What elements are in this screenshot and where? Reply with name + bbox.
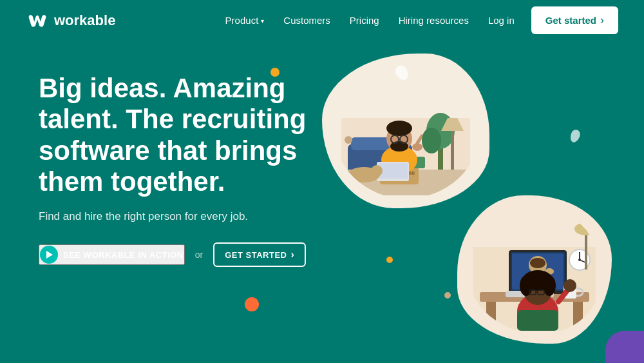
person-1-illustration: Welcome [341, 66, 470, 195]
logo[interactable]: workable [26, 12, 115, 30]
svg-point-9 [386, 121, 412, 136]
svg-point-42 [520, 275, 533, 296]
hero-actions: SEE WORKABLE IN ACTION or GET STARTED › [39, 242, 309, 267]
hero-get-started-button[interactable]: GET STARTED › [213, 242, 306, 267]
dot-tan-3 [345, 136, 352, 144]
svg-rect-23 [451, 131, 454, 170]
hero-subtitle: Find and hire the right person for every… [39, 210, 309, 223]
main-nav: Product ▾ Customers Pricing Hiring resou… [218, 6, 618, 34]
svg-point-43 [543, 275, 556, 296]
hero-or-text: or [195, 250, 203, 260]
hero-title: Big ideas. Amazing talent. The recruitin… [39, 73, 309, 197]
svg-point-48 [564, 279, 576, 292]
svg-point-22 [371, 165, 383, 177]
logo-text: workable [54, 12, 115, 29]
arrow-right-icon: › [290, 249, 294, 260]
person-2-illustration [473, 208, 596, 331]
header: workable Product ▾ Customers Pricing Hir… [0, 0, 644, 41]
nav-get-started-button[interactable]: Get started › [531, 6, 618, 34]
play-icon [40, 246, 58, 264]
nav-pricing[interactable]: Pricing [342, 10, 387, 31]
purple-corner-decoration [605, 331, 644, 363]
hero-right: Welcome [309, 60, 618, 363]
illustration-blob-2 [457, 195, 612, 344]
svg-rect-49 [517, 310, 558, 331]
nav-login[interactable]: Log in [480, 10, 522, 31]
svg-point-20 [422, 128, 441, 153]
hero-left: Big ideas. Amazing talent. The recruitin… [39, 60, 309, 267]
see-workable-button[interactable]: SEE WORKABLE IN ACTION [39, 244, 185, 265]
svg-point-35 [530, 258, 545, 268]
workable-logo-icon [26, 12, 49, 30]
arrow-icon: › [600, 14, 604, 27]
decorative-dot-orange-bottom [245, 297, 259, 311]
nav-product[interactable]: Product ▾ [218, 10, 272, 31]
play-triangle-icon [46, 251, 53, 259]
product-chevron-icon: ▾ [261, 17, 264, 25]
nav-hiring-resources[interactable]: Hiring resources [391, 10, 477, 31]
dot-tan-4 [444, 292, 451, 299]
nav-customers[interactable]: Customers [276, 10, 338, 31]
hero-section: Big ideas. Amazing talent. The recruitin… [0, 41, 644, 363]
teardrop-2 [569, 128, 582, 144]
